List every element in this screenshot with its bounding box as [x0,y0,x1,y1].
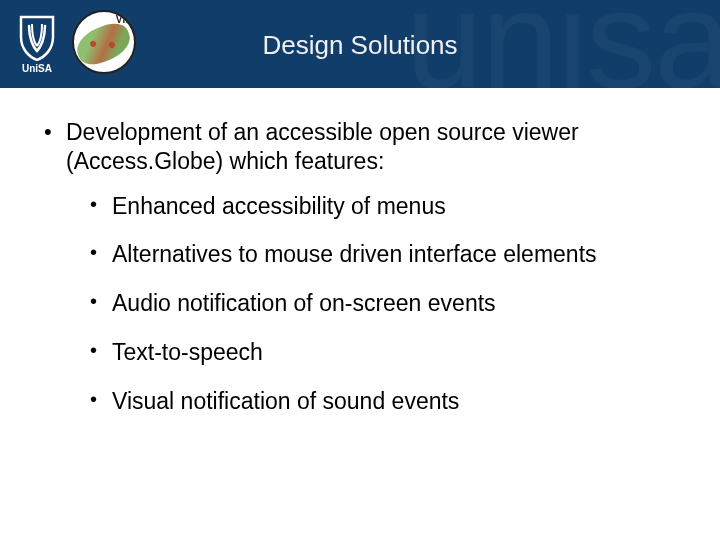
unisa-logo-text: UniSA [22,63,52,74]
list-item: Alternatives to mouse driven interface e… [90,240,682,269]
bullet-text: Audio notification of on-screen events [112,290,496,316]
slide: unisa UniSA VII Design Solutions [0,0,720,540]
bullet-text: Enhanced accessibility of menus [112,193,446,219]
list-item: Visual notification of sound events [90,387,682,416]
list-item: Enhanced accessibility of menus [90,192,682,221]
intro-text: Development of an accessible open source… [66,119,579,174]
list-item: Text-to-speech [90,338,682,367]
slide-body: Development of an accessible open source… [0,88,720,415]
intro-bullet: Development of an accessible open source… [44,118,682,415]
bullet-text: Visual notification of sound events [112,388,459,414]
slide-title: Design Solutions [0,30,720,61]
bullet-text: Text-to-speech [112,339,263,365]
bullet-text: Alternatives to mouse driven interface e… [112,241,597,267]
list-item: Audio notification of on-screen events [90,289,682,318]
header-bar: unisa UniSA VII Design Solutions [0,0,720,88]
